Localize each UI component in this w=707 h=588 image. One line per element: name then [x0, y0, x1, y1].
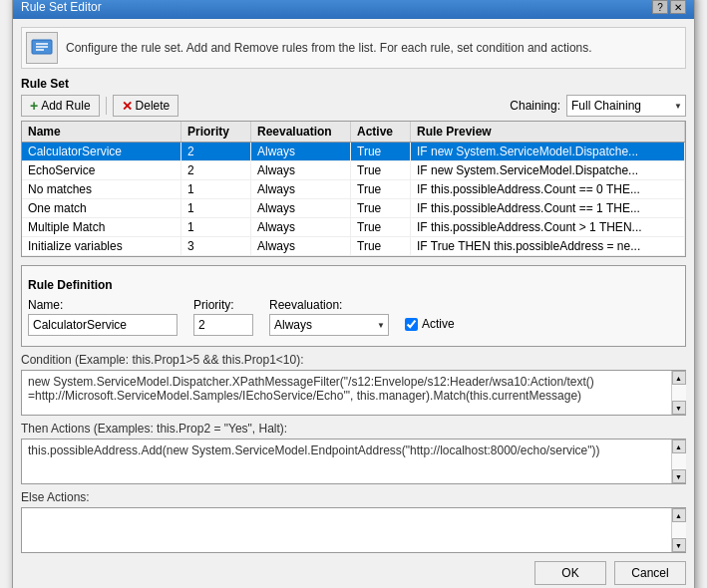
close-button[interactable]: ✕	[670, 0, 686, 14]
cell-preview: IF True THEN this.possibleAddress = ne..…	[411, 237, 685, 255]
condition-label: Condition (Example: this.Prop1>5 && this…	[21, 353, 686, 367]
cell-reevaluation: Always	[251, 199, 351, 217]
cell-name: CalculatorService	[22, 143, 181, 160]
window-title: Rule Set Editor	[21, 0, 102, 14]
toolbar-left: + Add Rule ✕ Delete	[21, 95, 178, 117]
reevaluation-label: Reevaluation:	[269, 298, 389, 312]
priority-label: Priority:	[193, 298, 253, 312]
table-row[interactable]: One match 1 Always True IF this.possible…	[22, 199, 685, 218]
then-actions-section: Then Actions (Examples: this.Prop2 = "Ye…	[21, 422, 686, 484]
condition-section: Condition (Example: this.Prop1>5 && this…	[21, 353, 686, 416]
priority-field-group: Priority:	[193, 298, 253, 336]
chaining-label: Chaining:	[510, 99, 560, 113]
condition-scrollbar: ▲ ▼	[671, 371, 685, 415]
delete-button[interactable]: ✕ Delete	[113, 95, 179, 117]
priority-input[interactable]	[193, 314, 253, 336]
rule-set-editor-window: Rule Set Editor ? ✕ Configure the rule s…	[12, 0, 695, 588]
condition-text[interactable]: new System.ServiceModel.Dispatcher.XPath…	[22, 371, 685, 415]
col-priority: Priority	[181, 122, 251, 142]
table-row[interactable]: CalculatorService 2 Always True IF new S…	[22, 143, 685, 161]
bottom-buttons: OK Cancel	[21, 561, 686, 585]
cell-active: True	[351, 143, 411, 160]
else-actions-section: Else Actions: ▲ ▼	[21, 490, 686, 553]
add-icon: +	[30, 98, 38, 114]
chaining-select-wrapper: Full Chaining Sequential None	[566, 95, 686, 117]
cell-active: True	[351, 161, 411, 179]
scroll-up-button[interactable]: ▲	[672, 440, 686, 453]
info-text: Configure the rule set. Add and Remove r…	[66, 41, 592, 55]
delete-icon: ✕	[122, 99, 133, 114]
delete-label: Delete	[136, 99, 171, 113]
table-row[interactable]: No matches 1 Always True IF this.possibl…	[22, 180, 685, 199]
rules-table: Name Priority Reevaluation Active Rule P…	[21, 121, 686, 257]
col-name: Name	[22, 122, 181, 142]
scroll-up-button[interactable]: ▲	[672, 508, 686, 522]
cell-reevaluation: Always	[251, 237, 351, 255]
cell-priority: 1	[181, 218, 251, 236]
table-body: CalculatorService 2 Always True IF new S…	[22, 143, 685, 256]
col-preview: Rule Preview	[411, 122, 685, 142]
ruleset-label: Rule Set	[21, 77, 686, 91]
scroll-track[interactable]	[672, 385, 686, 401]
cell-reevaluation: Always	[251, 143, 351, 160]
add-rule-label: Add Rule	[41, 99, 90, 113]
cell-reevaluation: Always	[251, 161, 351, 179]
toolbar-divider	[106, 97, 107, 115]
scroll-down-button[interactable]: ▼	[672, 401, 686, 415]
col-active: Active	[351, 122, 411, 142]
cell-name: One match	[22, 199, 181, 217]
add-rule-button[interactable]: + Add Rule	[21, 95, 100, 117]
then-actions-label: Then Actions (Examples: this.Prop2 = "Ye…	[21, 422, 686, 436]
cell-active: True	[351, 218, 411, 236]
info-icon	[26, 32, 58, 64]
cell-name: Multiple Match	[22, 218, 181, 236]
condition-box: new System.ServiceModel.Dispatcher.XPath…	[21, 370, 686, 416]
cell-preview: IF this.possibleAddress.Count == 1 THE..…	[411, 199, 685, 217]
then-actions-scrollbar: ▲ ▼	[671, 440, 685, 483]
rule-def-fields: Name: Priority: Reevaluation: Always Nev…	[28, 298, 679, 336]
title-bar: Rule Set Editor ? ✕	[13, 0, 694, 19]
help-button[interactable]: ?	[652, 0, 668, 14]
cell-name: No matches	[22, 180, 181, 198]
ok-button[interactable]: OK	[534, 561, 606, 585]
col-reevaluation: Reevaluation	[251, 122, 351, 142]
toolbar-right: Chaining: Full Chaining Sequential None	[510, 95, 686, 117]
chaining-select[interactable]: Full Chaining Sequential None	[566, 95, 686, 117]
rule-definition-box: Rule Definition Name: Priority: Reevalua…	[21, 265, 686, 347]
cell-preview: IF new System.ServiceModel.Dispatche...	[411, 143, 685, 160]
active-checkbox-group: Active	[405, 317, 455, 331]
scroll-up-button[interactable]: ▲	[672, 371, 686, 385]
scroll-down-button[interactable]: ▼	[672, 469, 686, 483]
cell-name: Initialize variables	[22, 237, 181, 255]
cancel-button[interactable]: Cancel	[614, 561, 686, 585]
table-row[interactable]: Initialize variables 3 Always True IF Tr…	[22, 237, 685, 256]
scroll-down-button[interactable]: ▼	[672, 538, 686, 552]
cell-active: True	[351, 237, 411, 255]
then-actions-text[interactable]: this.possibleAddress.Add(new System.Serv…	[22, 440, 685, 483]
reevaluation-field-group: Reevaluation: Always Never	[269, 298, 389, 336]
scroll-track[interactable]	[672, 453, 686, 469]
cell-active: True	[351, 180, 411, 198]
cell-name: EchoService	[22, 161, 181, 179]
window-content: Configure the rule set. Add and Remove r…	[13, 19, 694, 588]
table-row[interactable]: Multiple Match 1 Always True IF this.pos…	[22, 218, 685, 237]
name-input[interactable]	[28, 314, 177, 336]
cell-priority: 2	[181, 143, 251, 160]
else-actions-scrollbar: ▲ ▼	[671, 508, 685, 552]
else-actions-box: ▲ ▼	[21, 507, 686, 553]
reevaluation-select[interactable]: Always Never	[269, 314, 389, 336]
name-field-group: Name:	[28, 298, 177, 336]
info-bar: Configure the rule set. Add and Remove r…	[21, 27, 686, 69]
cell-reevaluation: Always	[251, 218, 351, 236]
cell-priority: 3	[181, 237, 251, 255]
cell-preview: IF new System.ServiceModel.Dispatche...	[411, 161, 685, 179]
table-row[interactable]: EchoService 2 Always True IF new System.…	[22, 161, 685, 180]
cell-active: True	[351, 199, 411, 217]
active-checkbox[interactable]	[405, 318, 418, 331]
else-actions-label: Else Actions:	[21, 490, 686, 504]
scroll-track[interactable]	[672, 522, 686, 538]
cell-priority: 1	[181, 180, 251, 198]
cell-priority: 1	[181, 199, 251, 217]
active-label: Active	[422, 317, 455, 331]
else-actions-text[interactable]	[22, 508, 685, 552]
